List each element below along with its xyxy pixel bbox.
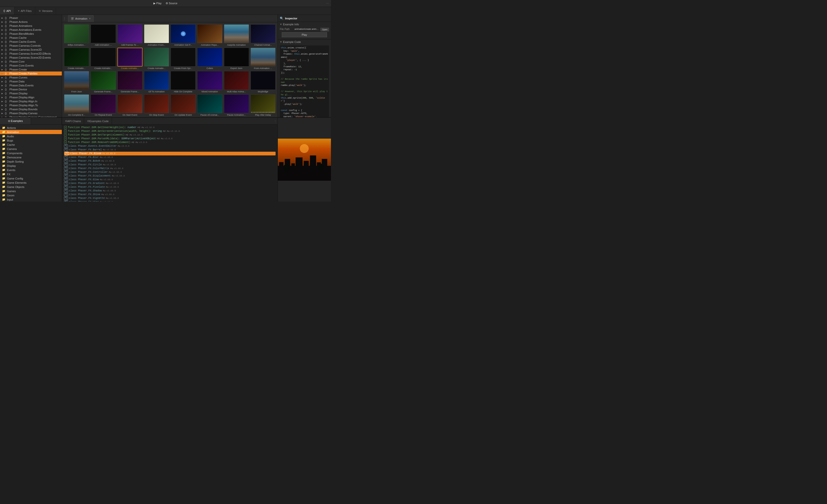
tree-item-demoscene[interactable]: 📁 Demoscene — [0, 155, 62, 159]
gallery-item[interactable]: Add Frames To ... — [117, 24, 143, 46]
gallery-item[interactable]: Muybridge — [250, 71, 276, 93]
code-line[interactable]: ℃ class Phaser.FX.Controller #u v3.60.0 — [64, 170, 276, 174]
sidebar-item-phaser[interactable]: ▶ () Phaser — [0, 16, 62, 20]
sidebar-item-actions[interactable]: ▶ () Phaser.Actions — [0, 20, 62, 24]
gallery-item[interactable]: Pause All Animat... — [197, 94, 222, 116]
gallery-item[interactable]: Add Animation ... — [91, 24, 116, 46]
sidebar-item-display-align[interactable]: ▶ () Phaser.Display.Align — [0, 95, 62, 99]
sidebar-item-animations[interactable]: ▶ () Phaser.Animations — [0, 24, 62, 28]
gallery-item[interactable]: Generate Frame... — [91, 71, 116, 93]
sidebar-item-cache-events[interactable]: ▶ () Phaser.Cache.Events — [0, 40, 62, 44]
tree-item-cache[interactable]: 📁 Cache — [0, 143, 62, 147]
code-line[interactable]: ℃ class Phaser.FX.Gradient #u v3.60.0 — [64, 182, 276, 185]
sidebar-item-display[interactable]: ▶ () Phaser.Display — [0, 91, 62, 95]
sidebar-item-cache[interactable]: ▶ () Phaser.Cache — [0, 36, 62, 40]
gallery-item-selected[interactable]: Create Animatio... — [117, 48, 143, 69]
tree-item-depth-sorting[interactable]: 📁 Depth Sorting — [0, 159, 62, 164]
tree-item-games[interactable]: 📁 Games — [0, 189, 62, 193]
code-line[interactable]: ℃ class Phaser.FX.Wipe #u v3.60.0 — [64, 200, 276, 202]
sidebar-item-blendmodes[interactable]: ▶ () Phaser.BlendModes — [0, 32, 62, 36]
tree-item-game-elements[interactable]: 📁 Game Elements — [0, 181, 62, 185]
animation-tab[interactable]: 🎬 Animation ✕ — [68, 15, 94, 22]
code-line[interactable]: ⊙ function Phaser.DOM.RemoveFromDOM(elem… — [64, 141, 276, 144]
gallery-item[interactable]: Gif To Animation — [144, 71, 169, 93]
gallery-item[interactable]: On Complete E... — [64, 94, 89, 116]
code-line[interactable]: ℃ class Phaser.FX.Displacement #u v3.60.… — [64, 174, 276, 178]
gallery-item[interactable]: Animation Get P... — [171, 24, 196, 46]
gallery-item[interactable]: Chained Animat... — [250, 24, 276, 46]
tree-item-bugs[interactable]: 📁 Bugs — [0, 138, 62, 143]
code-line[interactable]: ℃ class Phaser.FX.Vignette #u v3.60.0 — [64, 196, 276, 200]
code-line[interactable]: ℃ class Phaser.Events.EventEmitter #u v3… — [64, 144, 276, 148]
gallery-item[interactable]: Cubes — [197, 48, 222, 69]
source-button[interactable]: ⚙ Source — [165, 2, 178, 5]
play-button[interactable]: ▶ Play — [153, 2, 161, 5]
gallery-item[interactable]: Create Animatio... — [64, 48, 89, 69]
tab-api[interactable]: () API — [0, 7, 14, 15]
ctab-api-chains[interactable]: ⊙ API Chains — [62, 118, 84, 124]
btab-examples[interactable]: ⊙ Examples — [0, 118, 31, 124]
gallery-item[interactable]: Generate Frame... — [117, 71, 143, 93]
gallery-item[interactable]: Create Animatio... — [144, 48, 169, 69]
btab-other[interactable] — [31, 118, 62, 124]
gallery-item[interactable]: Export Json — [224, 48, 249, 69]
gallery-item[interactable]: Play After Delay — [250, 94, 276, 116]
tree-item-actions[interactable]: 📁 Actions — [0, 125, 62, 130]
tree-item-components[interactable]: 📁 Components — [0, 151, 62, 155]
tree-item-audio[interactable]: 📁 Audio — [0, 134, 62, 138]
code-line[interactable]: ℃ class Phaser.FX.Pixelate #u v3.60.0 — [64, 185, 276, 189]
gallery-item[interactable]: On Start Event — [117, 94, 143, 116]
sidebar-item-curves[interactable]: ▶ () Phaser.Curves — [0, 75, 62, 80]
gallery-item[interactable]: Create Animatio... — [91, 48, 116, 69]
code-line[interactable]: ℃ class Phaser.FX.Shadow #u v3.60.0 — [64, 189, 276, 193]
sidebar-item-core-events[interactable]: ▶ () Phaser.Core.Events — [0, 63, 62, 67]
sidebar-item-display-align-in[interactable]: ▶ () Phaser.Display.Align.In — [0, 99, 62, 103]
code-line[interactable]: ⊙ function Phaser.DOM.GetInnerHeight(os)… — [64, 125, 276, 129]
gallery-item[interactable]: 60fps Animation... — [64, 24, 89, 46]
tree-item-animation[interactable]: 📁 Animation — [0, 130, 62, 134]
code-line[interactable]: ℃ class Phaser.FX.Shine #u v3.60.0 — [64, 193, 276, 196]
play-example-button[interactable]: Play — [282, 32, 327, 37]
code-line[interactable]: ⊙ function Phaser.DOM.ParseXML(data): DO… — [64, 137, 276, 141]
code-line[interactable]: ℃ class Phaser.FX.Glow #u v3.60.0 — [64, 178, 276, 182]
sidebar-item-display-bounds[interactable]: ▶ () Phaser.Display.Bounds — [0, 107, 62, 111]
sidebar-item-anim-events[interactable]: ▶ () Phaser.Animations.Events — [0, 28, 62, 32]
code-line[interactable]: ℃ class Phaser.FX.Barrel #u v3.60.0 — [64, 148, 276, 152]
gallery-item[interactable]: From Json — [64, 71, 89, 93]
code-line[interactable]: ⊙ function Phaser.DOM.GetScreenOrientati… — [64, 129, 276, 133]
sidebar-item-display-canvas[interactable]: ▶ () Phaser.Display.Canvas — [0, 111, 62, 115]
tab-versions[interactable]: ⊙ Versions — [35, 7, 56, 15]
gallery-item[interactable]: Multi Atlas Anima... — [224, 71, 249, 93]
sidebar-item-create[interactable]: ▶ () Phaser.Create — [0, 67, 62, 71]
tree-item-fx[interactable]: 📁 FX — [0, 172, 62, 176]
ctab-examples-code[interactable]: ⊙ Examples Code — [84, 118, 112, 124]
gallery-item[interactable]: Animation From... — [144, 24, 169, 46]
code-line[interactable]: ⊙ function Phaser.DOM.GetTarget(element)… — [64, 133, 276, 137]
sidebar-item-cam-scene2d[interactable]: ▶ () Phaser.Cameras.Scene2D — [0, 48, 62, 52]
sidebar-item-device[interactable]: ▶ () Phaser.Device — [0, 87, 62, 91]
gallery-item[interactable]: On Repeat Event — [91, 94, 116, 116]
tree-item-game-config[interactable]: 📁 Game Config — [0, 176, 62, 181]
gallery-item[interactable]: On Update Event — [171, 94, 196, 116]
gallery-item[interactable]: Pause Animation... — [224, 94, 249, 116]
inspector-example-code-header[interactable]: ▼ Example Code — [278, 40, 331, 44]
sidebar-item-data-events[interactable]: ▶ () Phaser.Data.Events — [0, 84, 62, 87]
topbar-dots[interactable]: ⋯ — [326, 2, 329, 5]
anim-tab-close[interactable]: ✕ — [89, 17, 91, 20]
sidebar-item-create-palettes[interactable]: ▶ () Phaser.Create.Palettes — [0, 71, 62, 75]
code-line[interactable]: ℃ class Phaser.FX.ColorMatrix #u v3.60.0 — [64, 166, 276, 170]
gallery-item[interactable]: Create From Spr... — [171, 48, 196, 69]
open-button[interactable]: Open — [321, 28, 329, 31]
code-line-highlighted[interactable]: ℃ class Phaser.FX.Bloom #u v3.60.0 — [64, 152, 276, 155]
code-line[interactable]: ℃ class Phaser.FX.Bokeh #u v3.60.0 — [64, 159, 276, 163]
gallery-item[interactable]: Hide On Complete — [171, 71, 196, 93]
sidebar-item-cam-controls[interactable]: ▶ () Phaser.Cameras.Controls — [0, 44, 62, 48]
gallery-item[interactable]: Mixed Animation — [197, 71, 222, 93]
tab-api-files[interactable]: ≡ API Files — [14, 7, 35, 15]
tree-item-input[interactable]: 📁 Input — [0, 197, 62, 202]
gallery-item[interactable]: Animation Repe... — [197, 24, 222, 46]
tree-item-camera[interactable]: 📁 Camera — [0, 147, 62, 151]
code-line[interactable]: ℃ class Phaser.FX.Blur #u v3.60.0 — [64, 155, 276, 159]
gallery-item[interactable]: Aseprite Animation — [224, 24, 249, 46]
tree-item-events[interactable]: 📁 Events — [0, 168, 62, 172]
